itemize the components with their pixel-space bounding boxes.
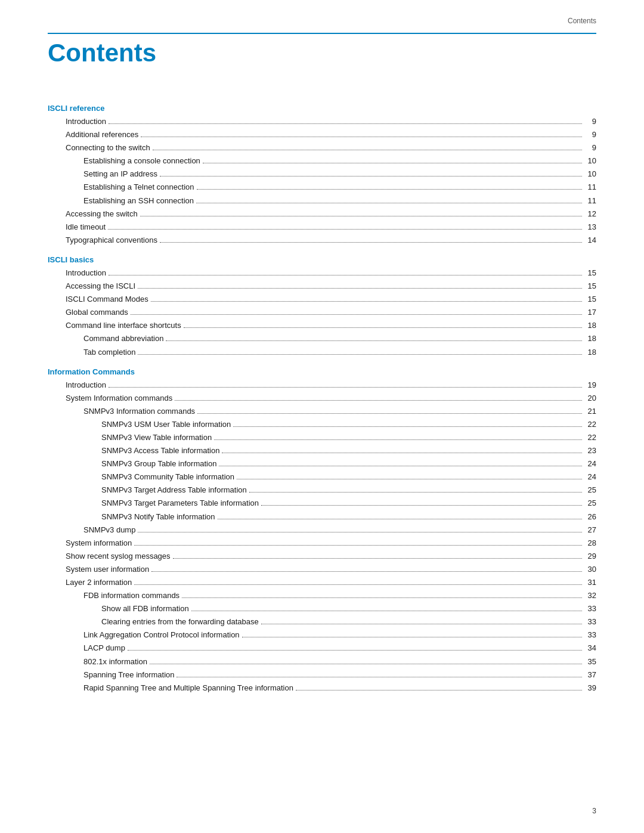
toc-entry-page: 35 (584, 655, 596, 668)
page-title: Contents (48, 39, 156, 67)
toc-entry-label: Additional references (66, 128, 138, 141)
toc-entry: FDB information commands32 (48, 589, 596, 602)
toc-dots (219, 466, 582, 466)
toc-dots (222, 453, 582, 453)
toc-entry-page: 9 (584, 128, 596, 141)
toc-entry-label: Setting an IP address (83, 168, 157, 181)
toc-entry-label: Command line interface shortcuts (66, 319, 181, 332)
toc-entry-page: 11 (584, 181, 596, 194)
toc-entry-label: Accessing the ISCLI (66, 280, 135, 293)
section-information-commands: Information Commands (48, 367, 596, 376)
toc-dots (151, 301, 582, 302)
footer-page-number: 3 (592, 807, 596, 815)
toc-entry-label: SNMPv3 Target Parameters Table informati… (101, 497, 259, 510)
toc-dots (182, 597, 582, 598)
toc-entry-label: SNMPv3 Access Table information (101, 444, 219, 457)
toc-entry: 802.1x information35 (48, 655, 596, 668)
toc-dots (134, 584, 582, 585)
toc-entry-label: Global commands (66, 306, 128, 319)
toc-dots (218, 519, 582, 519)
toc-entry-page: 14 (584, 234, 596, 247)
page-container: Contents Contents ISCLI referenceIntrodu… (0, 0, 644, 833)
toc-dots (249, 492, 582, 493)
toc-dots (131, 314, 582, 315)
toc-entry-page: 15 (584, 293, 596, 306)
toc-entry: System Information commands20 (48, 392, 596, 405)
toc-entry: Show recent syslog messages29 (48, 550, 596, 563)
toc-entry-page: 32 (584, 589, 596, 602)
toc-entry-page: 18 (584, 332, 596, 345)
toc-entry: ISCLI Command Modes15 (48, 293, 596, 306)
toc-entry-page: 19 (584, 379, 596, 392)
toc-entry-label: SNMPv3 Notify Table information (101, 510, 215, 524)
toc-entry: System information28 (48, 537, 596, 550)
toc-entry-label: Layer 2 information (66, 576, 132, 589)
toc-entry-page: 13 (584, 221, 596, 234)
toc-entry-page: 18 (584, 319, 596, 332)
toc-dots (138, 532, 582, 532)
toc-entry: SNMPv3 Notify Table information26 (48, 510, 596, 524)
toc-entry-label: Introduction (66, 379, 106, 392)
toc-entry-page: 10 (584, 168, 596, 181)
toc-entry: SNMPv3 Access Table information23 (48, 444, 596, 457)
toc-dots (214, 439, 582, 440)
toc-entry-label: Establishing a console connection (83, 154, 200, 168)
toc-entry-label: Introduction (66, 115, 106, 128)
toc-entry-page: 24 (584, 457, 596, 470)
toc-entry: Typographical conventions14 (48, 234, 596, 247)
toc-entry-label: SNMPv3 Community Table information (101, 470, 234, 484)
toc-entry: Clearing entries from the forwarding dat… (48, 615, 596, 628)
toc-entry: SNMPv3 Group Table information24 (48, 457, 596, 470)
toc-entry-page: 15 (584, 280, 596, 293)
toc-entry: Idle timeout13 (48, 221, 596, 234)
toc-dots (109, 123, 582, 124)
toc-content: ISCLI referenceIntroduction9Additional r… (48, 95, 596, 695)
toc-entry-page: 37 (584, 668, 596, 682)
toc-entry: Spanning Tree information37 (48, 668, 596, 682)
toc-entry: SNMPv3 Information commands21 (48, 405, 596, 418)
toc-entry: SNMPv3 Target Address Table information2… (48, 484, 596, 497)
toc-entry-label: SNMPv3 USM User Table information (101, 418, 231, 431)
toc-entry: Accessing the ISCLI15 (48, 280, 596, 293)
section-heading-iscli-reference[interactable]: ISCLI reference (48, 104, 596, 113)
toc-entry-page: 20 (584, 392, 596, 405)
toc-dots (261, 505, 582, 506)
toc-entry-page: 9 (584, 115, 596, 128)
toc-dots (177, 677, 582, 677)
toc-entry-label: SNMPv3 Group Table information (101, 457, 216, 470)
toc-entry-page: 15 (584, 267, 596, 280)
toc-dots (173, 558, 582, 559)
toc-entry-label: Command abbreviation (83, 332, 163, 345)
header-right-text: Contents (568, 17, 596, 25)
toc-entry-page: 24 (584, 470, 596, 484)
toc-entry-label: Establishing a Telnet connection (83, 181, 194, 194)
toc-entry-page: 31 (584, 576, 596, 589)
toc-entry-label: Show all FDB information (101, 602, 189, 615)
toc-entry-label: Establishing an SSH connection (83, 194, 194, 208)
toc-entry: Layer 2 information31 (48, 576, 596, 589)
toc-entry-page: 17 (584, 306, 596, 319)
toc-entry-label: 802.1x information (83, 655, 147, 668)
toc-entry-page: 9 (584, 141, 596, 154)
toc-entry-page: 34 (584, 642, 596, 655)
toc-entry: SNMPv3 Community Table information24 (48, 470, 596, 484)
toc-entry-page: 10 (584, 154, 596, 168)
toc-entry-label: Rapid Spanning Tree and Multiple Spannin… (83, 682, 293, 695)
toc-entry-page: 27 (584, 524, 596, 537)
toc-entry: SNMPv3 View Table information22 (48, 431, 596, 444)
toc-dots (296, 690, 582, 690)
toc-entry-label: System user information (66, 563, 149, 576)
section-heading-iscli-basics[interactable]: ISCLI basics (48, 255, 596, 264)
toc-dots (166, 340, 582, 341)
toc-entry: SNMPv3 USM User Table information22 (48, 418, 596, 431)
toc-entry: LACP dump34 (48, 642, 596, 655)
toc-entry-page: 23 (584, 444, 596, 457)
toc-dots (138, 354, 582, 355)
section-heading-information-commands[interactable]: Information Commands (48, 367, 596, 376)
toc-entry-label: Clearing entries from the forwarding dat… (101, 615, 259, 628)
toc-entry: SNMPv3 Target Parameters Table informati… (48, 497, 596, 510)
toc-dots (203, 163, 582, 163)
toc-dots (242, 637, 582, 637)
toc-entry-label: System Information commands (66, 392, 172, 405)
toc-entry-page: 25 (584, 497, 596, 510)
